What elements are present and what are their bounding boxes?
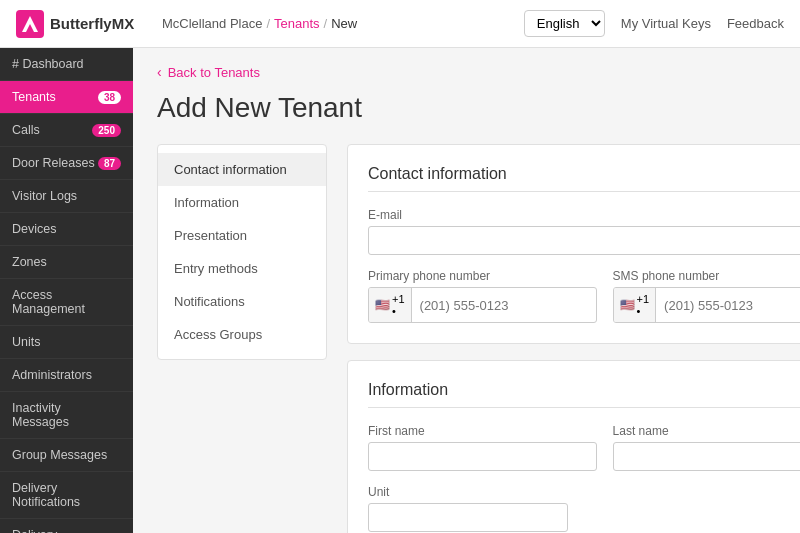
sidebar-item-label: Devices (12, 222, 56, 236)
unit-label: Unit (368, 485, 800, 499)
sidebar-item-label: Access Management (12, 288, 121, 316)
primary-phone-label: Primary phone number (368, 269, 597, 283)
form-nav: Contact informationInformationPresentati… (157, 144, 327, 360)
sidebar-item-access-management[interactable]: Access Management (0, 279, 133, 326)
sidebar-badge: 38 (98, 91, 121, 104)
us-flag-icon: 🇺🇸 (375, 298, 390, 312)
first-name-field: First name (368, 424, 597, 471)
unit-input[interactable] (368, 503, 568, 532)
breadcrumb-section[interactable]: Tenants (274, 16, 320, 31)
sidebar-item-units[interactable]: Units (0, 326, 133, 359)
email-input[interactable] (368, 226, 800, 255)
primary-phone-input[interactable] (412, 292, 596, 319)
sidebar-item-label: Administrators (12, 368, 92, 382)
form-nav-item-information[interactable]: Information (158, 186, 326, 219)
sidebar: # DashboardTenants38Calls250Door Release… (0, 48, 133, 533)
sms-phone-label: SMS phone number (613, 269, 800, 283)
information-divider (368, 407, 800, 408)
unit-field-group: Unit (368, 485, 800, 532)
top-bar: ButterflyMX McClelland Place / Tenants /… (0, 0, 800, 48)
section-divider (368, 191, 800, 192)
main-layout: # DashboardTenants38Calls250Door Release… (0, 48, 800, 533)
form-nav-item-entry-methods[interactable]: Entry methods (158, 252, 326, 285)
back-label: Back to Tenants (168, 65, 260, 80)
sidebar-item-label: Inactivity Messages (12, 401, 121, 429)
sms-phone-wrapper: 🇺🇸 +1 • (613, 287, 800, 323)
page-title: Add New Tenant (157, 92, 776, 124)
logo-icon (16, 10, 44, 38)
top-bar-right: English My Virtual Keys Feedback (524, 10, 784, 37)
information-section: Information First name Last name (347, 360, 800, 533)
breadcrumb-property[interactable]: McClelland Place (162, 16, 262, 31)
first-name-label: First name (368, 424, 597, 438)
sidebar-item-tenants[interactable]: Tenants38 (0, 81, 133, 114)
contact-section-title: Contact information (368, 165, 800, 183)
last-name-label: Last name (613, 424, 800, 438)
sidebar-item-dashboard[interactable]: # Dashboard (0, 48, 133, 81)
sidebar-item-label: Door Releases (12, 156, 95, 170)
form-nav-item-access-groups[interactable]: Access Groups (158, 318, 326, 351)
primary-phone-flag: 🇺🇸 +1 • (369, 288, 412, 322)
form-nav-item-presentation[interactable]: Presentation (158, 219, 326, 252)
sidebar-item-group-messages[interactable]: Group Messages (0, 439, 133, 472)
email-label: E-mail (368, 208, 800, 222)
sidebar-item-label: Delivery Notifications (12, 481, 121, 509)
logo: ButterflyMX (16, 10, 146, 38)
sidebar-item-zones[interactable]: Zones (0, 246, 133, 279)
sidebar-item-label: Zones (12, 255, 47, 269)
first-name-input[interactable] (368, 442, 597, 471)
content-area: ‹ Back to Tenants Add New Tenant Contact… (133, 48, 800, 533)
breadcrumb-current: New (331, 16, 357, 31)
sidebar-item-label: Group Messages (12, 448, 107, 462)
sidebar-item-label: Delivery Authorizations (12, 528, 121, 533)
email-field-group: E-mail (368, 208, 800, 255)
form-layout: Contact informationInformationPresentati… (157, 144, 776, 533)
form-nav-item-contact-information[interactable]: Contact information (158, 153, 326, 186)
sidebar-item-administrators[interactable]: Administrators (0, 359, 133, 392)
form-nav-item-notifications[interactable]: Notifications (158, 285, 326, 318)
feedback-link[interactable]: Feedback (727, 16, 784, 31)
back-to-tenants-link[interactable]: ‹ Back to Tenants (157, 64, 776, 80)
primary-phone-field: Primary phone number 🇺🇸 +1 • (368, 269, 597, 323)
sidebar-item-label: Calls (12, 123, 40, 137)
my-virtual-keys-link[interactable]: My Virtual Keys (621, 16, 711, 31)
sidebar-item-door-releases[interactable]: Door Releases87 (0, 147, 133, 180)
sidebar-item-label: # Dashboard (12, 57, 84, 71)
logo-text: ButterflyMX (50, 15, 134, 32)
last-name-input[interactable] (613, 442, 800, 471)
sms-phone-input[interactable] (656, 292, 800, 319)
sidebar-item-label: Visitor Logs (12, 189, 77, 203)
sidebar-item-delivery-authorizations[interactable]: Delivery Authorizations (0, 519, 133, 533)
information-section-title: Information (368, 381, 800, 399)
sms-phone-code: +1 • (637, 293, 650, 317)
back-arrow-icon: ‹ (157, 64, 162, 80)
sidebar-item-devices[interactable]: Devices (0, 213, 133, 246)
sidebar-item-calls[interactable]: Calls250 (0, 114, 133, 147)
last-name-field: Last name (613, 424, 800, 471)
sidebar-item-label: Units (12, 335, 40, 349)
sms-phone-field: SMS phone number 🇺🇸 +1 • (613, 269, 800, 323)
sidebar-badge: 250 (92, 124, 121, 137)
sidebar-item-delivery-notifications[interactable]: Delivery Notifications (0, 472, 133, 519)
form-sections: Contact information E-mail Primary phone… (347, 144, 800, 533)
sidebar-badge: 87 (98, 157, 121, 170)
name-row: First name Last name (368, 424, 800, 471)
primary-phone-code: +1 • (392, 293, 405, 317)
sidebar-item-inactivity-messages[interactable]: Inactivity Messages (0, 392, 133, 439)
sms-phone-flag: 🇺🇸 +1 • (614, 288, 657, 322)
sidebar-item-label: Tenants (12, 90, 56, 104)
us-flag-sms-icon: 🇺🇸 (620, 298, 635, 312)
language-select[interactable]: English (524, 10, 605, 37)
phone-row: Primary phone number 🇺🇸 +1 • SMS phone n… (368, 269, 800, 323)
breadcrumb: McClelland Place / Tenants / New (162, 16, 508, 31)
contact-information-section: Contact information E-mail Primary phone… (347, 144, 800, 344)
sidebar-item-visitor-logs[interactable]: Visitor Logs (0, 180, 133, 213)
primary-phone-wrapper: 🇺🇸 +1 • (368, 287, 597, 323)
